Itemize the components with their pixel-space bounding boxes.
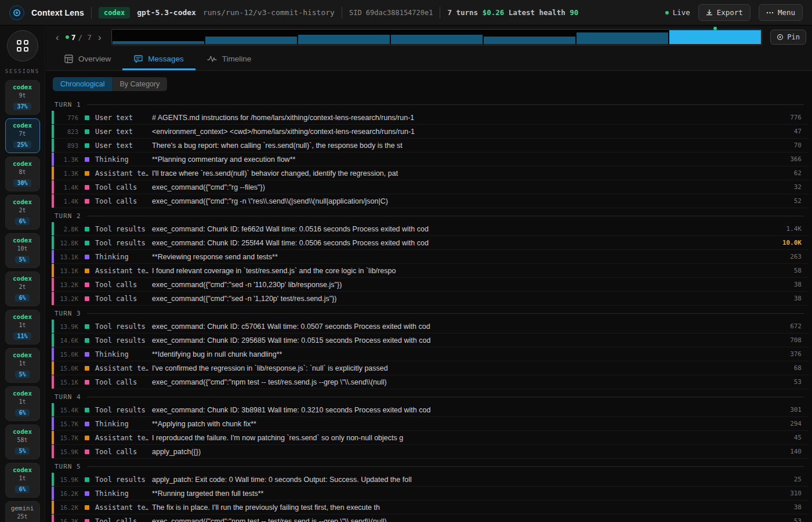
session-card[interactable]: codex 58t 5%	[5, 425, 40, 459]
session-card[interactable]: codex 2t 6%	[5, 195, 40, 230]
token-offset: 2.8K	[54, 226, 78, 233]
pin-button[interactable]: Pin	[770, 30, 806, 45]
message-row[interactable]: 15.4K Tool results exec_command: Chunk I…	[52, 403, 809, 417]
health-label: Latest health	[509, 8, 566, 17]
turn-bar-segment[interactable]	[484, 30, 575, 44]
message-row[interactable]: 13.2K Tool calls exec_command({"cmd":"se…	[52, 278, 809, 292]
message-row[interactable]: 15.7K Thinking **Applying patch with chu…	[52, 417, 809, 431]
session-turns-label: 1t	[6, 398, 39, 405]
chat-bubble-icon	[134, 55, 143, 63]
menu-button[interactable]: Menu	[759, 4, 803, 21]
message-token-count: 366	[790, 155, 802, 163]
message-token-count: 376	[790, 350, 802, 358]
session-card[interactable]: codex 1t 11%	[5, 310, 40, 345]
live-status: Live	[665, 8, 690, 17]
tab-messages[interactable]: Messages	[122, 49, 195, 70]
message-row[interactable]: 776 User text # AGENTS.md instructions f…	[52, 111, 809, 125]
tab-timeline[interactable]: Timeline	[195, 49, 263, 70]
divider	[91, 7, 92, 19]
message-row[interactable]: 15.9K Tool calls apply_patch({}) 140	[52, 445, 809, 459]
message-row[interactable]: 13.1K Assistant te… I found relevant cov…	[52, 264, 809, 278]
message-token-count: 53	[794, 378, 802, 386]
session-model-label: codex	[6, 122, 39, 129]
turn-bar-segment[interactable]	[669, 30, 761, 44]
session-model-label: codex	[6, 466, 39, 474]
turn-bar-segment[interactable]	[577, 30, 668, 44]
turn-bar-segment-fill	[577, 32, 668, 44]
session-context-pct-badge: 6%	[6, 483, 39, 494]
session-turns-label: 9t	[6, 92, 39, 99]
session-model-label: codex	[6, 198, 39, 206]
session-turns-label: 2t	[6, 207, 39, 213]
message-row[interactable]: 13.1K Thinking **Reviewing response send…	[52, 250, 809, 264]
message-row[interactable]: 893 User text There's a bug report: when…	[52, 139, 809, 153]
message-preview: I've confirmed the regression in `lib/re…	[152, 364, 787, 372]
turn-bar-segment[interactable]	[205, 30, 297, 44]
message-row[interactable]: 16.3K Tool calls exec_command({"cmd":"np…	[52, 514, 809, 522]
message-preview: **Applying patch with chunk fix**	[152, 420, 783, 428]
message-row[interactable]: 15.1K Tool calls exec_command({"cmd":"np…	[52, 375, 809, 389]
session-model-label: codex	[6, 428, 39, 436]
message-preview: apply_patch({})	[152, 448, 783, 456]
session-card[interactable]: gemini 25t 10%	[5, 501, 40, 522]
turn-bar-segment-fill	[669, 30, 761, 44]
session-card[interactable]: codex 2t 6%	[5, 271, 40, 306]
message-row[interactable]: 1.4K Tool calls exec_command({"cmd":"rg …	[52, 180, 809, 194]
message-row[interactable]: 12.8K Tool results exec_command: Chunk I…	[52, 236, 809, 250]
tab-overview[interactable]: Overview	[53, 49, 122, 70]
message-row[interactable]: 16.2K Assistant te… The fix is in place.…	[52, 501, 809, 514]
message-row[interactable]: 823 User text <environment_context> <cwd…	[52, 125, 809, 139]
turn-bar-segment[interactable]	[298, 30, 390, 44]
workspace-avatar[interactable]	[7, 30, 38, 61]
message-type-label: Assistant te…	[95, 267, 148, 275]
message-row[interactable]: 13.9K Tool results exec_command: Chunk I…	[52, 320, 809, 334]
message-row[interactable]: 14.6K Tool results exec_command: Chunk I…	[52, 334, 809, 347]
message-type-label: Tool results	[95, 239, 148, 247]
turn-bar-segment[interactable]	[391, 30, 483, 44]
next-turn-button[interactable]: ›	[95, 32, 104, 42]
message-type-label: Thinking	[95, 253, 148, 261]
message-kind-square-icon	[85, 269, 89, 273]
message-row[interactable]: 2.8K Tool results exec_command: Chunk ID…	[52, 222, 809, 236]
session-card[interactable]: codex 1t 6%	[5, 463, 40, 498]
turn-bar-segment[interactable]	[113, 30, 204, 44]
session-card[interactable]: codex 1t 6%	[5, 386, 40, 421]
turns-count: 7 turns	[447, 8, 478, 17]
message-type-label: Tool calls	[95, 378, 148, 386]
message-token-count: 10.0K	[782, 239, 802, 246]
message-kind-square-icon	[85, 477, 89, 482]
turn-divider-line	[87, 104, 804, 105]
message-row[interactable]: 1.3K Assistant te… I'll trace where `res…	[52, 166, 809, 180]
message-row[interactable]: 16.2K Thinking **Running targeted then f…	[52, 487, 809, 501]
token-offset: 776	[54, 114, 78, 121]
toggle-by-category[interactable]: By Category	[112, 77, 167, 91]
message-row[interactable]: 15.9K Tool results apply_patch: Exit cod…	[52, 473, 809, 487]
session-card[interactable]: codex 9t 37%	[5, 80, 40, 115]
prev-turn-button[interactable]: ‹	[53, 32, 62, 42]
message-row[interactable]: 15.0K Assistant te… I've confirmed the r…	[52, 361, 809, 375]
session-card[interactable]: codex 10t 5%	[5, 233, 40, 268]
message-type-label: Tool results	[95, 476, 148, 484]
message-row[interactable]: 15.0K Thinking **Identifying bug in null…	[52, 347, 809, 361]
message-row[interactable]: 13.2K Tool calls exec_command({"cmd":"se…	[52, 292, 809, 306]
message-type-label: Assistant te…	[95, 434, 148, 442]
message-token-count: 38	[794, 281, 802, 288]
message-kind-square-icon	[85, 505, 89, 510]
message-kind-square-icon	[85, 408, 89, 412]
export-button[interactable]: Export	[698, 4, 751, 21]
message-preview: The fix is in place. I'll run the previo…	[152, 503, 787, 512]
message-preview: **Planning commentary and execution flow…	[152, 155, 783, 164]
session-card[interactable]: codex 7t 25%	[5, 118, 40, 153]
session-context-pct-badge: 6%	[6, 407, 39, 417]
message-row[interactable]: 1.4K Tool calls exec_command({"cmd":"rg …	[52, 194, 809, 208]
message-row[interactable]: 1.3K Thinking **Planning commentary and …	[52, 153, 809, 166]
token-offset: 1.3K	[54, 170, 78, 177]
message-preview: exec_command({"cmd":"sed -n '1,120p' tes…	[152, 295, 787, 303]
message-row[interactable]: 15.7K Assistant te… I reproduced the fai…	[52, 431, 809, 445]
session-card[interactable]: codex 8t 30%	[5, 157, 40, 191]
token-offset: 14.6K	[54, 337, 78, 344]
token-offset: 1.3K	[54, 156, 78, 163]
toggle-chronological[interactable]: Chronological	[53, 77, 112, 91]
turn-label: TURN 2	[52, 212, 81, 220]
session-card[interactable]: codex 1t 5%	[5, 348, 40, 383]
